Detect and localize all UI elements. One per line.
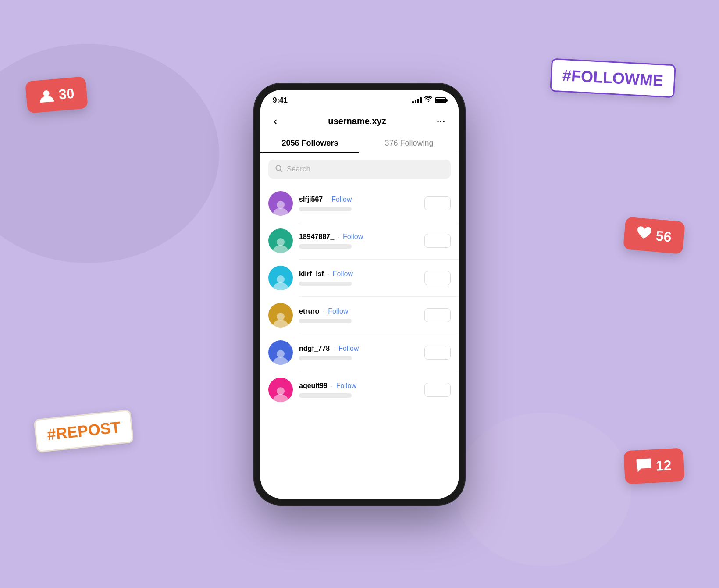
- user-info: klirf_lsf · Follow: [299, 270, 418, 286]
- bg-blob-1: [0, 44, 219, 263]
- user-subtitle: [299, 282, 352, 286]
- person-shape: [272, 311, 289, 328]
- svg-point-8: [277, 387, 285, 395]
- phone-screen: 9:41: [260, 90, 459, 499]
- avatar: [268, 266, 293, 290]
- user-subtitle: [299, 244, 352, 249]
- followers-count: 30: [58, 86, 75, 103]
- users-list: slfji567 · Follow: [260, 185, 459, 499]
- svg-point-5: [277, 275, 285, 283]
- comments-count: 12: [655, 457, 672, 474]
- nav-bar: ‹ username.xyz ···: [260, 108, 459, 132]
- search-box[interactable]: Search: [268, 160, 451, 179]
- more-button[interactable]: ···: [433, 114, 449, 128]
- person-shape: [272, 385, 289, 402]
- person-shape: [272, 236, 289, 253]
- user-name: etruro: [299, 307, 319, 315]
- person-shape: [272, 199, 289, 216]
- user-info: etruro · Follow: [299, 307, 418, 323]
- remove-button[interactable]: [424, 383, 451, 397]
- remove-button[interactable]: [424, 196, 451, 210]
- status-icons: [412, 96, 446, 104]
- avatar: [268, 303, 293, 328]
- user-name: 18947887_: [299, 233, 334, 241]
- user-info: 18947887_ · Follow: [299, 233, 418, 249]
- phone-wrapper: 9:41: [254, 84, 465, 505]
- follow-button[interactable]: Follow: [336, 382, 356, 390]
- person-shape: [272, 348, 289, 365]
- list-item: aqeult99 · Follow: [260, 371, 459, 408]
- follow-button[interactable]: Follow: [328, 307, 348, 315]
- remove-button[interactable]: [424, 234, 451, 248]
- page-title: username.xyz: [328, 116, 386, 126]
- search-container: Search: [260, 153, 459, 185]
- svg-point-6: [277, 313, 285, 321]
- user-subtitle: [299, 319, 352, 323]
- tab-following[interactable]: 376 Following: [360, 132, 459, 153]
- status-time: 9:41: [273, 96, 288, 105]
- tab-followers[interactable]: 2056 Followers: [260, 132, 360, 153]
- repost-sticker: #REPOST: [34, 410, 134, 453]
- user-name: slfji567: [299, 196, 323, 203]
- avatar: [268, 191, 293, 216]
- followers-badge: 30: [25, 76, 88, 114]
- likes-count: 56: [655, 228, 673, 245]
- avatar: [268, 228, 293, 253]
- user-info: ndgf_778 · Follow: [299, 345, 418, 360]
- comments-badge: 12: [624, 448, 685, 485]
- svg-line-2: [281, 170, 282, 171]
- list-item: slfji567 · Follow: [260, 185, 459, 222]
- svg-point-7: [277, 350, 285, 358]
- avatar: [268, 378, 293, 402]
- user-subtitle: [299, 393, 352, 398]
- list-item: ndgf_778 · Follow: [260, 334, 459, 371]
- list-item: 18947887_ · Follow: [260, 222, 459, 259]
- person-shape: [272, 274, 289, 290]
- followme-sticker: #FOLLOWME: [550, 58, 676, 98]
- follow-button[interactable]: Follow: [333, 270, 353, 278]
- svg-point-0: [43, 90, 50, 96]
- user-info: slfji567 · Follow: [299, 196, 418, 211]
- user-name: ndgf_778: [299, 345, 330, 353]
- wifi-icon: [424, 96, 432, 104]
- remove-button[interactable]: [424, 271, 451, 285]
- comment-icon: [636, 457, 652, 476]
- bg-blob-2: [456, 413, 631, 566]
- likes-badge: 56: [623, 217, 685, 254]
- user-name: klirf_lsf: [299, 270, 324, 278]
- svg-point-4: [277, 238, 285, 246]
- followers-icon: [38, 87, 55, 104]
- avatar: [268, 340, 293, 365]
- list-item: klirf_lsf · Follow: [260, 260, 459, 296]
- user-subtitle: [299, 356, 352, 360]
- signal-icon: [412, 97, 422, 103]
- list-item: etruro · Follow: [260, 297, 459, 334]
- user-info: aqeult99 · Follow: [299, 382, 418, 398]
- follow-button[interactable]: Follow: [331, 196, 352, 203]
- search-icon: [275, 165, 282, 174]
- tabs: 2056 Followers 376 Following: [260, 132, 459, 153]
- heart-icon: [636, 226, 652, 244]
- remove-button[interactable]: [424, 308, 451, 322]
- user-name: aqeult99: [299, 382, 327, 390]
- user-subtitle: [299, 207, 352, 211]
- svg-point-3: [277, 201, 285, 209]
- back-button[interactable]: ‹: [270, 113, 281, 130]
- phone: 9:41: [254, 84, 465, 505]
- remove-button[interactable]: [424, 346, 451, 360]
- follow-button[interactable]: Follow: [338, 345, 359, 353]
- battery-icon: [435, 97, 446, 103]
- follow-button[interactable]: Follow: [343, 233, 363, 241]
- status-bar: 9:41: [260, 90, 459, 108]
- search-placeholder: Search: [287, 165, 310, 174]
